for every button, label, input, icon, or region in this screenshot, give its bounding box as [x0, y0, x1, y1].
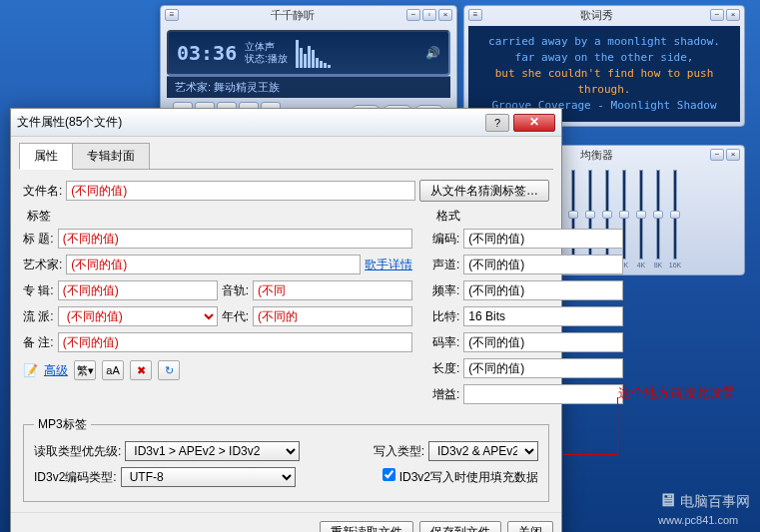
encoding-field — [463, 229, 623, 249]
freq-field — [463, 280, 623, 300]
eq-slider-8K[interactable]: 8K — [652, 170, 664, 268]
eq-close-button[interactable]: × — [726, 149, 740, 161]
track-input[interactable] — [253, 280, 412, 300]
filename-label: 文件名: — [23, 183, 62, 200]
year-input[interactable] — [253, 306, 412, 326]
guess-tags-button[interactable]: 从文件名猜测标签… — [419, 180, 549, 202]
case-button[interactable]: aA — [102, 360, 124, 380]
read-priority-select[interactable]: ID3v1 > APEv2 > ID3v2 — [125, 441, 300, 461]
lyrics-titlebar: ≡ 歌词秀 −× — [464, 6, 744, 24]
tag-group-label: 标签 — [23, 208, 412, 225]
artist-name: 舞动精灵王族 — [214, 81, 280, 93]
player-menu-icon[interactable]: ≡ — [165, 9, 179, 21]
artist-input[interactable] — [66, 255, 361, 274]
time-display: 03:36 — [177, 41, 237, 65]
padding-checkbox-label[interactable]: ID3v2写入时使用填充数据 — [382, 468, 538, 486]
advanced-link[interactable]: 高级 — [44, 362, 68, 379]
dialog-title: 文件属性(85个文件) — [17, 114, 485, 131]
mp3-tag-legend: MP3标签 — [34, 416, 91, 433]
close-button[interactable]: × — [438, 9, 452, 21]
visualizer — [296, 38, 417, 68]
file-properties-dialog: 文件属性(85个文件) ? ✕ 属性 专辑封面 文件名: 从文件名猜测标签… 标… — [10, 108, 562, 532]
save-button[interactable]: 保存到文件 — [419, 521, 501, 532]
edit-icon[interactable]: 📝 — [23, 363, 38, 377]
comment-input[interactable] — [58, 332, 412, 352]
player-info-bar: 艺术家: 舞动精灵王族 — [167, 76, 450, 98]
lyrics-title: 歌词秀 — [482, 8, 710, 23]
dialog-close-button[interactable]: ✕ — [513, 114, 555, 132]
tab-properties[interactable]: 属性 — [19, 143, 73, 170]
lyric-line-current: but she couldn't find how to push throug… — [476, 66, 732, 98]
eq-min-button[interactable]: − — [710, 149, 724, 161]
callout-connector — [617, 397, 618, 455]
singer-detail-link[interactable]: 歌手详情 — [365, 257, 412, 273]
bitrate-field — [463, 332, 623, 352]
gain-field — [463, 384, 623, 404]
trad-simp-button[interactable]: 繁▾ — [74, 360, 96, 380]
filename-input[interactable] — [66, 181, 415, 201]
lyrics-min-button[interactable]: − — [710, 9, 724, 21]
write-type-select[interactable]: ID3v2 & APEv2 — [428, 441, 538, 461]
stereo-label: 立体声 — [245, 41, 288, 53]
play-status: 播放 — [268, 53, 288, 64]
eq-slider-4K[interactable]: 4K — [635, 170, 647, 268]
volume-icon[interactable]: 🔊 — [425, 46, 440, 60]
bits-field — [463, 306, 623, 326]
reread-button[interactable]: 重新读取文件 — [320, 521, 413, 532]
help-button[interactable]: ? — [485, 114, 509, 132]
callout-connector — [563, 454, 618, 455]
refresh-icon[interactable]: ↻ — [158, 360, 180, 380]
mp3-tag-group: MP3标签 读取类型优先级: ID3v1 > APEv2 > ID3v2 写入类… — [23, 416, 549, 502]
lyrics-close-button[interactable]: × — [726, 9, 740, 21]
title-input[interactable] — [58, 229, 412, 249]
callout-text: 这个地方请按此设置 — [618, 384, 735, 402]
tray-button[interactable]: ▫ — [422, 9, 436, 21]
album-input[interactable] — [58, 280, 218, 300]
player-titlebar: ≡ 千千静听 − ▫ × — [161, 6, 456, 24]
minimize-button[interactable]: − — [406, 9, 420, 21]
watermark: 🖥 电脑百事网 www.pc841.com — [658, 490, 750, 527]
channel-field — [463, 255, 623, 274]
close-button[interactable]: 关闭 — [507, 521, 553, 532]
player-display: 03:36 立体声 状态:播放 🔊 — [167, 30, 450, 76]
tab-album-cover[interactable]: 专辑封面 — [72, 143, 150, 169]
length-field — [463, 358, 623, 378]
genre-select[interactable]: (不同的值) — [58, 306, 218, 326]
id3v2-encoding-select[interactable]: UTF-8 — [121, 467, 296, 487]
eq-slider-16K[interactable]: 16K — [669, 170, 681, 268]
delete-icon[interactable]: ✖ — [130, 360, 152, 380]
format-group-label: 格式 — [432, 208, 623, 225]
player-title: 千千静听 — [179, 8, 406, 23]
lyric-line: far away on the other side, — [476, 50, 732, 66]
dialog-titlebar: 文件属性(85个文件) ? ✕ — [11, 109, 561, 137]
lyric-line: carried away by a moonlight shadow. — [476, 34, 732, 50]
lyrics-menu-icon[interactable]: ≡ — [468, 9, 482, 21]
padding-checkbox[interactable] — [382, 468, 395, 481]
